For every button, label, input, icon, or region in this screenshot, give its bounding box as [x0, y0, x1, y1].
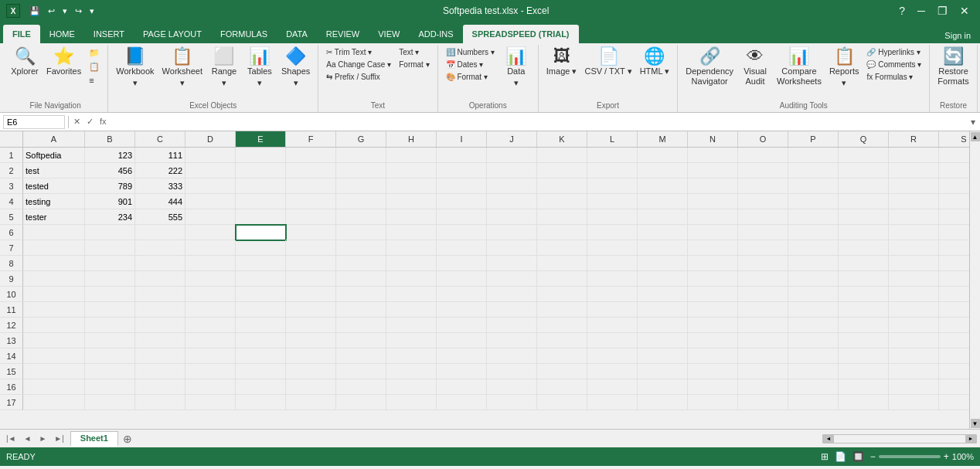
xplorer-button[interactable]: 🔍 Xplorer	[8, 46, 42, 78]
file-nav-btn3[interactable]: ≡	[86, 74, 103, 87]
col-header-Q[interactable]: Q	[839, 131, 889, 147]
sign-in-button[interactable]: Sign in	[938, 28, 977, 43]
cell-J7[interactable]	[487, 240, 537, 256]
cell-C1[interactable]: 111	[135, 148, 185, 163]
cell-M14[interactable]	[638, 348, 688, 364]
cell-H14[interactable]	[386, 348, 437, 364]
cell-I8[interactable]	[437, 256, 487, 271]
cell-A1[interactable]: Softpedia	[23, 148, 85, 163]
cell-B6[interactable]	[85, 225, 135, 240]
cell-R12[interactable]	[889, 318, 939, 333]
cell-N10[interactable]	[688, 287, 738, 302]
cell-R3[interactable]	[889, 178, 939, 194]
cell-N11[interactable]	[688, 302, 738, 318]
cell-G2[interactable]	[336, 163, 386, 178]
cell-M10[interactable]	[638, 287, 688, 302]
cell-C14[interactable]	[135, 348, 185, 364]
cell-I15[interactable]	[437, 364, 487, 379]
cell-G16[interactable]	[336, 379, 386, 395]
cell-E10[interactable]	[236, 287, 286, 302]
cell-R4[interactable]	[889, 194, 939, 209]
cell-J6[interactable]	[487, 225, 537, 240]
undo-button[interactable]: ↩	[45, 5, 58, 18]
cell-K6[interactable]	[537, 225, 587, 240]
cell-G17[interactable]	[336, 395, 386, 410]
cell-O13[interactable]	[738, 333, 788, 348]
cell-D17[interactable]	[185, 395, 236, 410]
cell-D13[interactable]	[185, 333, 236, 348]
cell-G11[interactable]	[336, 302, 386, 318]
cell-E1[interactable]	[236, 148, 286, 163]
cell-L7[interactable]	[587, 240, 638, 256]
col-header-D[interactable]: D	[185, 131, 236, 147]
cell-L3[interactable]	[587, 178, 638, 194]
cell-N16[interactable]	[688, 379, 738, 395]
cell-L8[interactable]	[587, 256, 638, 271]
cell-Q8[interactable]	[839, 256, 889, 271]
cell-S8[interactable]	[939, 256, 969, 271]
cell-S5[interactable]	[939, 209, 969, 225]
change-case-button[interactable]: Aa Change Case ▾	[323, 59, 394, 70]
cell-M13[interactable]	[638, 333, 688, 348]
cell-N9[interactable]	[688, 271, 738, 287]
cell-A10[interactable]	[23, 287, 85, 302]
cell-E8[interactable]	[236, 256, 286, 271]
cell-L10[interactable]	[587, 287, 638, 302]
cell-H17[interactable]	[386, 395, 437, 410]
minimize-button[interactable]: ─	[913, 3, 930, 19]
col-header-S[interactable]: S	[939, 131, 969, 147]
cell-F14[interactable]	[286, 348, 336, 364]
cell-Q13[interactable]	[839, 333, 889, 348]
cell-S15[interactable]	[939, 364, 969, 379]
cell-F15[interactable]	[286, 364, 336, 379]
cell-B1[interactable]: 123	[85, 148, 135, 163]
cell-P16[interactable]	[788, 379, 839, 395]
cell-F1[interactable]	[286, 148, 336, 163]
cell-K11[interactable]	[537, 302, 587, 318]
dependency-navigator-button[interactable]: 🔗 DependencyNavigator	[682, 46, 737, 88]
cell-M3[interactable]	[638, 178, 688, 194]
cell-Q2[interactable]	[839, 163, 889, 178]
cell-A2[interactable]: test	[23, 163, 85, 178]
cell-O3[interactable]	[738, 178, 788, 194]
cell-A8[interactable]	[23, 256, 85, 271]
cell-R17[interactable]	[889, 395, 939, 410]
cell-S1[interactable]	[939, 148, 969, 163]
cell-L5[interactable]	[587, 209, 638, 225]
cell-E5[interactable]	[236, 209, 286, 225]
sheet-nav-prev[interactable]: ◄	[21, 433, 35, 444]
reports-button[interactable]: 📋 Reports ▾	[826, 46, 863, 90]
visual-audit-button[interactable]: 👁 VisualAudit	[738, 46, 772, 88]
cell-J3[interactable]	[487, 178, 537, 194]
sheet-nav-last[interactable]: ►|	[51, 433, 67, 444]
zoom-out-button[interactable]: −	[870, 451, 876, 462]
cell-K3[interactable]	[537, 178, 587, 194]
help-button[interactable]: ?	[894, 3, 910, 19]
numbers-button[interactable]: 🔢 Numbers ▾	[443, 46, 498, 58]
cell-N12[interactable]	[688, 318, 738, 333]
sheet-view-page-break[interactable]: 🔲	[852, 451, 864, 462]
col-header-E[interactable]: E	[236, 131, 286, 147]
cell-O1[interactable]	[738, 148, 788, 163]
cell-S14[interactable]	[939, 348, 969, 364]
data-button[interactable]: 📊 Data ▾	[499, 46, 533, 90]
cell-B14[interactable]	[85, 348, 135, 364]
cell-D15[interactable]	[185, 364, 236, 379]
cell-C8[interactable]	[135, 256, 185, 271]
cell-D4[interactable]	[185, 194, 236, 209]
tab-data[interactable]: DATA	[277, 25, 317, 43]
col-header-K[interactable]: K	[537, 131, 587, 147]
cell-M4[interactable]	[638, 194, 688, 209]
cell-N3[interactable]	[688, 178, 738, 194]
restore-formats-button[interactable]: 🔄 RestoreFormats	[934, 46, 971, 88]
cell-D1[interactable]	[185, 148, 236, 163]
cell-F17[interactable]	[286, 395, 336, 410]
cell-G15[interactable]	[336, 364, 386, 379]
col-header-C[interactable]: C	[135, 131, 185, 147]
vertical-scrollbar[interactable]: ▲ ▼	[969, 131, 980, 429]
cell-G1[interactable]	[336, 148, 386, 163]
cell-J4[interactable]	[487, 194, 537, 209]
tab-page-layout[interactable]: PAGE LAYOUT	[134, 25, 211, 43]
cell-C10[interactable]	[135, 287, 185, 302]
sheet-nav-next[interactable]: ►	[36, 433, 49, 444]
